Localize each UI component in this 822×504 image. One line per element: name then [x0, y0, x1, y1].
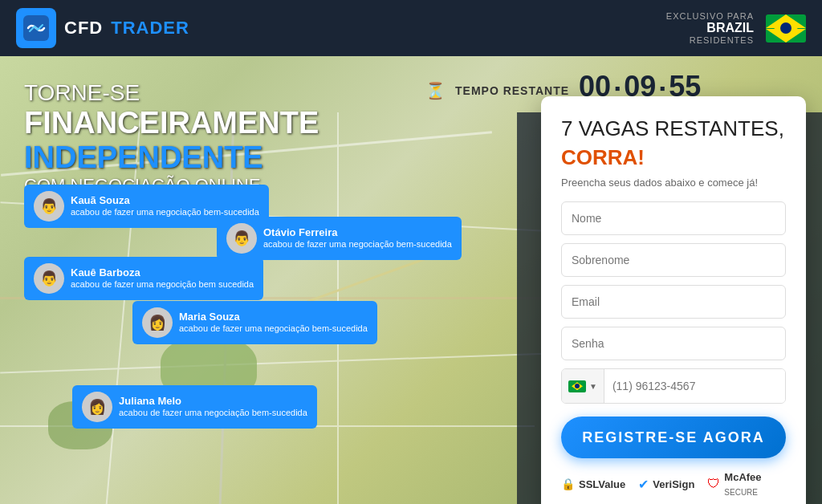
logo-area: CFD TRADER: [16, 8, 189, 48]
phone-flag-selector[interactable]: ▼: [562, 369, 604, 403]
header-right: EXCLUSIVO PARA BRAZIL RESIDENTES: [666, 11, 806, 45]
verisign-icon: ✔: [638, 477, 649, 492]
form-vagas-title: 7 VAGAS RESTANTES,: [561, 116, 786, 141]
logo-cfd: CFD: [64, 18, 103, 39]
brazil-small-flag: [568, 380, 586, 392]
phone-dropdown-arrow: ▼: [589, 382, 597, 391]
notif-avatar-5: 👩: [82, 392, 112, 422]
exclusivo-label: EXCLUSIVO PARA: [666, 11, 754, 21]
notification-card-5: 👩 Juliana Melo acabou de fazer uma negoc…: [72, 385, 317, 429]
mcafee-badge: 🛡 McAfee SECURE: [707, 469, 786, 498]
notification-card-3: 👨 Otávio Ferreira acabou de fazer uma ne…: [217, 217, 462, 260]
mcafee-label: McAfee: [724, 471, 761, 483]
hero-line3: INDEPENDENTE: [24, 140, 319, 175]
hero-text: TORNE-SE FINANCEIRAMENTE INDEPENDENTE CO…: [24, 80, 319, 196]
header: CFD TRADER EXCLUSIVO PARA BRAZIL RESIDEN…: [0, 0, 822, 56]
ssl-badge: 🔒 SSLValue: [561, 477, 625, 491]
brazil-label: BRAZIL: [666, 21, 754, 35]
residentes-label: RESIDENTES: [666, 35, 754, 45]
mcafee-icon: 🛡: [707, 477, 720, 491]
notif-text-3: Otávio Ferreira acabou de fazer uma nego…: [263, 226, 452, 250]
sobrenome-input[interactable]: [561, 243, 786, 277]
small-diamond: [572, 382, 583, 390]
security-badges: 🔒 SSLValue ✔ VeriSign 🛡 McAfee SECURE: [561, 469, 786, 498]
timer-label: TEMPO RESTANTE: [455, 84, 569, 97]
hero-line2: FINANCEIRAMENTE: [24, 106, 319, 140]
notif-text-1: Kauã Souza acabou de fazer uma negociaçã…: [71, 194, 259, 217]
form-cta: CORRA!: [561, 145, 786, 170]
brazil-flag-icon: [766, 14, 806, 43]
logo-trader: TRADER: [111, 18, 189, 39]
flag-circle: [780, 22, 791, 34]
notification-card-4: 👩 Maria Souza acabou de fazer uma negoci…: [132, 301, 377, 344]
ssl-lock-icon: 🔒: [561, 478, 575, 490]
mcafee-sub: SECURE: [724, 488, 758, 497]
notif-text-4: Maria Souza acabou de fazer uma negociaç…: [179, 311, 368, 334]
timer-icon: ⏳: [425, 81, 446, 100]
logo-name: CFD TRADER: [64, 18, 189, 39]
verisign-label: VeriSign: [653, 478, 694, 490]
notif-avatar-4: 👩: [142, 307, 173, 338]
ssl-label: SSLValue: [579, 478, 625, 490]
senha-input[interactable]: [561, 327, 786, 360]
form-description: Preencha seus dados abaixo e comece já!: [561, 177, 786, 189]
logo-icon: [16, 8, 56, 48]
phone-input[interactable]: [604, 369, 785, 403]
small-circle: [575, 384, 580, 388]
notif-avatar-1: 👨: [34, 191, 64, 222]
verisign-badge: ✔ VeriSign: [638, 477, 694, 492]
registration-form: 7 VAGAS RESTANTES, CORRA! Preencha seus …: [541, 96, 806, 504]
hero-line1: TORNE-SE: [24, 80, 319, 106]
flag-diamond: [774, 20, 798, 37]
nome-input[interactable]: [561, 201, 786, 235]
notification-card-2: 👨 Kauê Barboza acabou de fazer uma negoc…: [24, 257, 263, 300]
notif-avatar-2: 👨: [34, 263, 64, 294]
phone-row: ▼: [561, 368, 786, 404]
email-input[interactable]: [561, 285, 786, 319]
notif-text-5: Juliana Melo acabou de fazer uma negocia…: [119, 395, 307, 418]
register-button[interactable]: REGISTRE-SE AGORA: [561, 417, 786, 458]
notif-text-2: Kauê Barboza acabou de fazer uma negociç…: [71, 266, 254, 290]
notif-avatar-3: 👨: [226, 223, 257, 254]
